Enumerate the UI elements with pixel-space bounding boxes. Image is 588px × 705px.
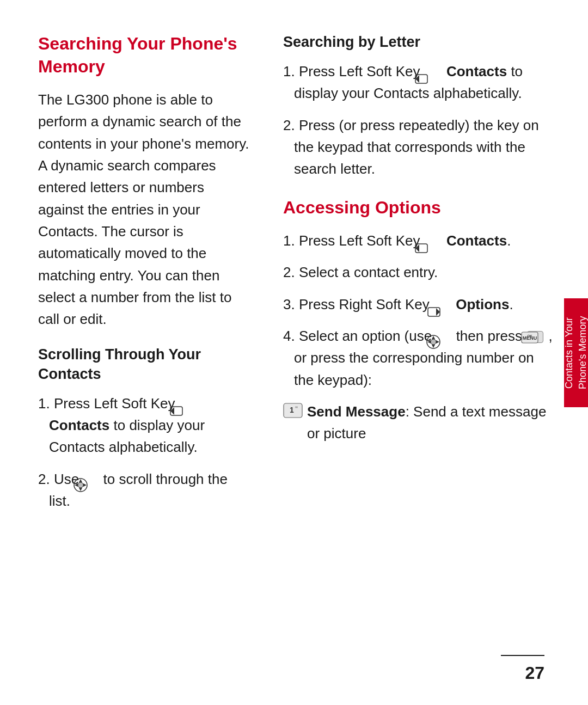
sidebar-tab: Contacts in Your Phone's Memory — [564, 298, 588, 407]
send-message-row: 1 ∞ Send Message: Send a text message or… — [283, 401, 555, 445]
svg-marker-13 — [436, 308, 440, 316]
left-column: Searching Your Phone'sMemory The LG300 p… — [38, 33, 267, 672]
main-content: Searching Your Phone'sMemory The LG300 p… — [0, 33, 588, 672]
svg-marker-1 — [170, 407, 174, 415]
svg-text:1: 1 — [290, 406, 294, 414]
options-item-4: 4. Select an option (use then press — [283, 325, 555, 391]
left-soft-key-icon-2 — [426, 67, 441, 78]
svg-marker-11 — [415, 244, 419, 252]
left-section-title: Searching Your Phone'sMemory — [38, 33, 250, 78]
nav-key-icon-2 — [437, 330, 451, 344]
svg-marker-6 — [75, 483, 78, 487]
page-container: Searching Your Phone'sMemory The LG300 p… — [0, 0, 588, 705]
nav-key-icon — [84, 473, 98, 487]
svg-marker-4 — [79, 479, 82, 482]
scrolling-subsection-title: Scrolling Through Your Contacts — [38, 345, 250, 383]
svg-marker-18 — [427, 340, 431, 344]
svg-marker-7 — [83, 483, 87, 487]
page-number: 27 — [525, 663, 544, 683]
accessing-options-title: Accessing Options — [283, 197, 555, 219]
scroll-item-1: 1. Press Left Soft Key Contacts to displ… — [38, 393, 250, 458]
right-soft-key-icon — [435, 300, 450, 311]
left-soft-key-icon — [181, 399, 196, 410]
svg-marker-9 — [415, 75, 419, 83]
options-item-2: 2. Select a contact entry. — [283, 261, 555, 283]
page-divider — [501, 655, 544, 656]
left-soft-key-icon-3 — [426, 236, 441, 247]
svg-text:∞: ∞ — [295, 405, 298, 409]
options-item-1: 1. Press Left Soft Key Contacts. — [283, 230, 555, 252]
options-item-3: 3. Press Right Soft Key Options. — [283, 293, 555, 315]
svg-marker-16 — [432, 336, 435, 339]
svg-marker-5 — [79, 488, 82, 491]
num-key-1-badge: 1 ∞ — [283, 402, 303, 424]
svg-marker-19 — [436, 340, 439, 344]
sidebar-tab-text: Contacts in Your Phone's Memory — [562, 298, 588, 407]
left-body-text: The LG300 phone is able to perform a dyn… — [38, 89, 250, 330]
searching-by-letter-title: Searching by Letter — [283, 33, 555, 52]
svg-text:OK: OK — [528, 334, 533, 338]
search-item-2: 2. Press (or press repeatedly) the key o… — [283, 114, 555, 180]
svg-marker-17 — [432, 345, 435, 348]
menu-ok-key-icon: MENU OK — [527, 331, 543, 343]
search-item-1: 1. Press Left Soft Key Contacts to displ… — [283, 60, 555, 105]
send-message-text: Send Message: Send a text message or pic… — [307, 401, 555, 445]
svg-point-15 — [431, 339, 436, 345]
svg-point-3 — [78, 482, 83, 488]
scroll-item-2: 2. Use to scroll through the list. — [38, 468, 250, 512]
right-column: Searching by Letter 1. Press Left Soft K… — [267, 33, 588, 672]
